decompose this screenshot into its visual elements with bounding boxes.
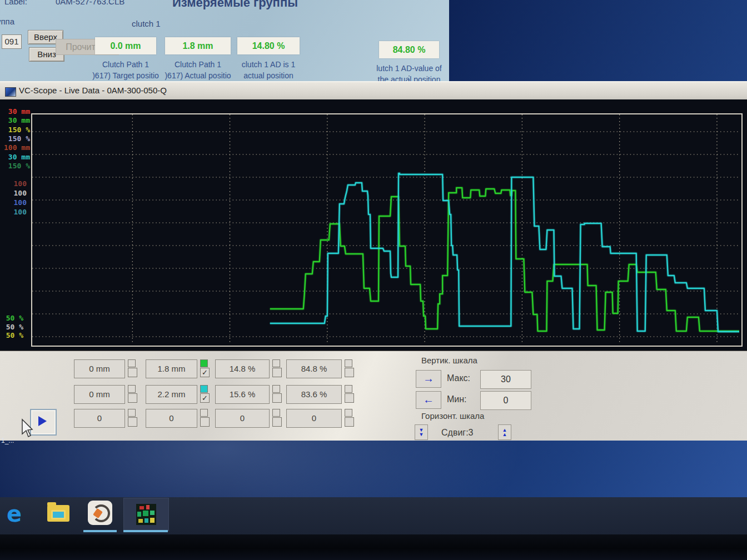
trace-clutch-path-2-actual-cyan bbox=[270, 173, 739, 332]
screen-bezel bbox=[0, 534, 747, 560]
plot-frame bbox=[31, 113, 743, 347]
scale-label-max: 30 mm bbox=[1, 116, 30, 124]
measuring-groups-title: Измеряемые группы bbox=[172, 0, 298, 10]
channel-value-field: 84.8 % bbox=[286, 359, 342, 378]
channel-value-field: 15.6 % bbox=[215, 385, 270, 404]
horizontal-scale-title: Горизонт. шкала bbox=[421, 411, 484, 421]
channel-value-field: 0 bbox=[146, 409, 197, 428]
min-scale-input[interactable]: 0 bbox=[480, 391, 531, 410]
channel-checkbox[interactable] bbox=[345, 368, 354, 377]
left-arrow-icon: ← bbox=[423, 393, 434, 406]
vcds-active-underline bbox=[83, 530, 117, 532]
color-swatch[interactable] bbox=[128, 359, 136, 367]
channel-value-field: 14.8 % bbox=[215, 359, 270, 378]
max-label: Макс: bbox=[447, 373, 470, 383]
scale-label-mid: 100 bbox=[1, 208, 27, 216]
channel-value-field: 83.6 % bbox=[286, 385, 342, 404]
scale-label-min: 50 % bbox=[0, 314, 23, 322]
scale-label-min: 50 % bbox=[0, 323, 23, 331]
color-swatch[interactable] bbox=[345, 409, 352, 417]
scale-label-min: 50 % bbox=[0, 331, 23, 339]
channel-checkbox[interactable] bbox=[128, 393, 137, 403]
scale-label-mid: 100 bbox=[1, 198, 27, 207]
measure-value: 14.80 % bbox=[237, 37, 300, 54]
scope-titlebar[interactable]: VC-Scope - Live Data - 0AM-300-050-Q bbox=[0, 81, 747, 101]
group-caption: уппа bbox=[0, 17, 14, 26]
scale-controls: Вертик. шкала → Макс: 30 ← Мин: 0 Горизо… bbox=[415, 356, 570, 439]
min-label: Мин: bbox=[447, 394, 467, 404]
photo-of-desktop: Label: 0AM-527-763.CLB Измеряемые группы… bbox=[0, 0, 747, 560]
label-file-name: 0AM-527-763.CLB bbox=[56, 0, 124, 6]
taskbar: e bbox=[0, 497, 747, 534]
window-icon bbox=[5, 87, 16, 97]
measure-sublabel: the actual position bbox=[372, 75, 446, 81]
scale-label-max: 150 % bbox=[1, 134, 30, 143]
waveform-plot bbox=[32, 114, 739, 343]
channel-value-field: 0 bbox=[215, 409, 270, 428]
channel-checkbox[interactable] bbox=[272, 368, 282, 377]
edge-browser-icon[interactable]: e bbox=[7, 502, 22, 526]
channel-checkbox[interactable] bbox=[272, 417, 282, 427]
shift-label: Сдвиг:3 bbox=[441, 428, 474, 438]
label-caption: Label: bbox=[4, 0, 27, 6]
right-arrow-icon: → bbox=[423, 372, 434, 384]
channel-value-field: 0 mm bbox=[74, 359, 125, 378]
channel-checkbox[interactable] bbox=[200, 417, 210, 427]
measure-label: Clutch Path 1 bbox=[91, 60, 161, 69]
control-panel: 0 mm1.8 mm✓14.8 %84.8 %0 mm2.2 mm✓15.6 %… bbox=[0, 351, 747, 441]
shift-down-button[interactable]: ▼▼ bbox=[415, 424, 428, 440]
vc-scope-window: VC-Scope - Live Data - 0AM-300-050-Q 30 … bbox=[0, 81, 747, 440]
max-arrow-button[interactable]: → bbox=[416, 370, 441, 388]
mouse-cursor bbox=[21, 418, 36, 439]
scope-plot-area: 30 mm30 mm150 %150 %100 mm30 mm150 %1001… bbox=[0, 99, 747, 351]
channel-checkbox[interactable] bbox=[345, 393, 354, 403]
vertical-scale-title: Вертик. шкала bbox=[421, 356, 477, 365]
scale-label-max: 100 mm bbox=[1, 143, 30, 152]
group-name: clutch 1 bbox=[132, 19, 161, 28]
measure-label: clutch 1 AD is 1 bbox=[233, 60, 304, 69]
window-title: VC-Scope - Live Data - 0AM-300-050-Q bbox=[19, 86, 167, 95]
desktop-file-label[interactable]: 1_... bbox=[1, 437, 14, 444]
scale-label-max: 30 mm bbox=[1, 153, 30, 161]
channel-value-field: 0 mm bbox=[74, 385, 125, 404]
scope-active-underline bbox=[123, 530, 168, 532]
color-swatch[interactable] bbox=[272, 385, 280, 393]
min-arrow-button[interactable]: ← bbox=[416, 391, 441, 409]
channel-value-field: 0 bbox=[74, 409, 125, 428]
measure-value: 0.0 mm bbox=[95, 37, 156, 54]
scale-label-max: 150 % bbox=[1, 162, 30, 170]
measure-value: 1.8 mm bbox=[165, 37, 231, 54]
channel-value-field: 1.8 mm bbox=[146, 359, 197, 378]
color-swatch[interactable] bbox=[128, 385, 136, 393]
measure-sublabel: )617) Actual positio bbox=[158, 71, 237, 80]
group-number-field[interactable]: 091 bbox=[2, 34, 22, 49]
color-swatch[interactable] bbox=[272, 409, 280, 417]
scale-label-mid: 100 bbox=[1, 179, 27, 188]
scale-label-max: 150 % bbox=[1, 126, 30, 134]
channel-checkbox[interactable] bbox=[345, 417, 354, 427]
vcds-app-icon[interactable] bbox=[88, 501, 112, 525]
vcds-window: Label: 0AM-527-763.CLB Измеряемые группы… bbox=[0, 0, 449, 81]
channel-checkbox[interactable] bbox=[272, 393, 282, 403]
channel-checkbox[interactable] bbox=[128, 417, 137, 427]
channel-checkbox[interactable] bbox=[128, 368, 137, 377]
channel-checkbox[interactable]: ✓ bbox=[200, 368, 210, 377]
trace-clutch-path-2-actual-cyan bbox=[270, 173, 739, 332]
color-swatch[interactable] bbox=[272, 359, 280, 367]
color-swatch[interactable] bbox=[128, 409, 136, 417]
measure-sublabel: actual position bbox=[231, 71, 306, 80]
channel-checkbox[interactable]: ✓ bbox=[200, 393, 210, 403]
color-swatch[interactable] bbox=[200, 385, 208, 393]
color-swatch[interactable] bbox=[200, 409, 208, 417]
scope-app-button[interactable] bbox=[123, 498, 169, 531]
measure-label: Clutch Path 1 bbox=[161, 60, 235, 69]
max-scale-input[interactable]: 30 bbox=[480, 370, 531, 389]
shift-up-button[interactable]: ▲▲ bbox=[498, 424, 511, 440]
color-swatch[interactable] bbox=[345, 385, 352, 393]
scale-label-max: 30 mm bbox=[1, 107, 30, 116]
measure-sublabel: )617) Target positio bbox=[88, 71, 163, 80]
color-swatch[interactable] bbox=[200, 359, 208, 367]
file-explorer-icon[interactable] bbox=[47, 505, 69, 522]
color-swatch[interactable] bbox=[345, 359, 352, 367]
play-icon bbox=[38, 416, 47, 426]
